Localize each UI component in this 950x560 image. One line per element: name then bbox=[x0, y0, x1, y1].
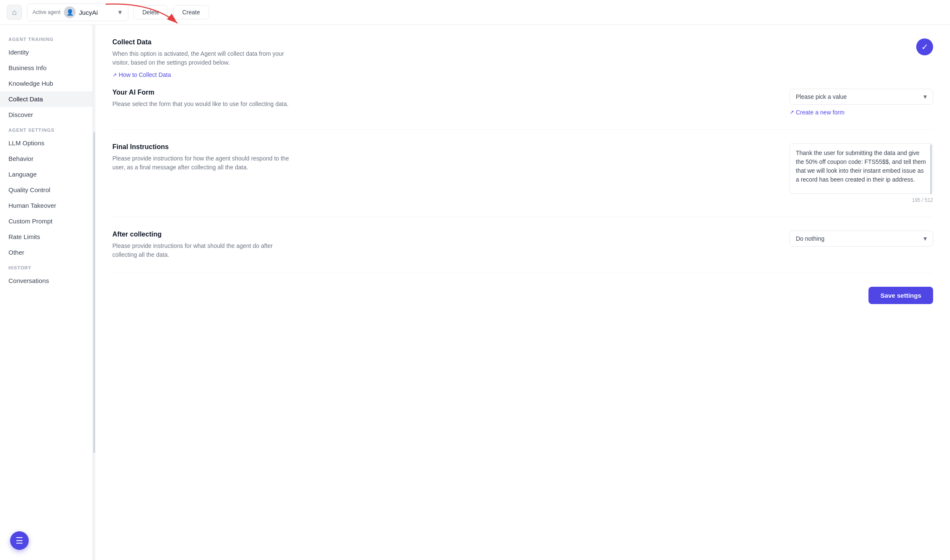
sidebar: AGENT TRAINING Identity Business Info Kn… bbox=[0, 25, 93, 560]
after-collecting-desc: Please provide instructions for what sho… bbox=[112, 242, 290, 259]
delete-button[interactable]: Delete bbox=[133, 5, 168, 19]
main-content: Collect Data When this option is activat… bbox=[95, 25, 950, 560]
sidebar-item-label: Identity bbox=[8, 49, 29, 56]
save-settings-button[interactable]: Save settings bbox=[868, 287, 933, 304]
avatar-icon: 👤 bbox=[66, 9, 73, 16]
collect-data-desc: When this option is activated, the Agent… bbox=[112, 49, 290, 67]
check-icon: ✓ bbox=[921, 42, 928, 52]
sidebar-item-label: Language bbox=[8, 171, 37, 178]
agent-name: JucyAi bbox=[79, 9, 114, 16]
sidebar-item-other[interactable]: Other bbox=[0, 245, 93, 260]
after-collecting-section: After collecting Please provide instruct… bbox=[112, 231, 933, 273]
sidebar-item-llm-options[interactable]: LLM Options bbox=[0, 135, 93, 151]
sidebar-item-human-takeover[interactable]: Human Takeover bbox=[0, 198, 93, 213]
chevron-down-icon: ▼ bbox=[117, 9, 123, 16]
sidebar-item-label: Custom Prompt bbox=[8, 217, 52, 225]
sidebar-section-agent-settings: AGENT SETTINGS bbox=[0, 122, 93, 135]
sidebar-item-quality-control[interactable]: Quality Control bbox=[0, 182, 93, 198]
final-instructions-textarea[interactable] bbox=[789, 143, 933, 194]
final-instructions-title: Final Instructions bbox=[112, 143, 773, 151]
ai-form-select[interactable]: Please pick a value bbox=[789, 89, 933, 105]
collect-data-header: Collect Data When this option is activat… bbox=[112, 38, 933, 79]
active-agent-label: Active agent bbox=[33, 9, 60, 15]
sidebar-item-label: Discover bbox=[8, 111, 33, 118]
sidebar-item-label: LLM Options bbox=[8, 139, 44, 147]
ai-form-title: Your AI Form bbox=[112, 89, 773, 96]
sidebar-item-rate-limits[interactable]: Rate Limits bbox=[0, 229, 93, 245]
collect-data-title: Collect Data bbox=[112, 38, 290, 46]
create-new-form-link[interactable]: ↗ Create a new form bbox=[789, 109, 844, 116]
sidebar-item-label: Business Info bbox=[8, 64, 46, 71]
sidebar-item-collect-data[interactable]: Collect Data bbox=[0, 91, 93, 107]
how-to-collect-link[interactable]: ↗ How to Collect Data bbox=[112, 71, 171, 78]
sidebar-item-label: Knowledge Hub bbox=[8, 80, 53, 87]
sidebar-section-history: HISTORY bbox=[0, 260, 93, 273]
sidebar-item-business-info[interactable]: Business Info bbox=[0, 60, 93, 76]
final-instructions-wrapper bbox=[789, 143, 933, 196]
sidebar-item-label: Collect Data bbox=[8, 95, 43, 103]
after-collecting-select[interactable]: Do nothing bbox=[789, 231, 933, 247]
after-collecting-title: After collecting bbox=[112, 231, 773, 238]
sidebar-scrollbar bbox=[93, 132, 95, 453]
sidebar-item-label: Quality Control bbox=[8, 186, 50, 193]
sidebar-item-conversations[interactable]: Conversations bbox=[0, 273, 93, 288]
external-link-icon: ↗ bbox=[789, 109, 794, 115]
sidebar-item-label: Behavior bbox=[8, 155, 33, 162]
sidebar-item-label: Human Takeover bbox=[8, 202, 56, 209]
home-icon: ⌂ bbox=[12, 8, 17, 17]
create-button[interactable]: Create bbox=[173, 5, 209, 19]
final-instructions-section: Final Instructions Please provide instru… bbox=[112, 143, 933, 217]
floating-menu-button[interactable]: ☰ bbox=[10, 531, 29, 550]
agent-avatar: 👤 bbox=[64, 6, 76, 18]
ai-form-desc: Please select the form that you would li… bbox=[112, 100, 290, 109]
final-instructions-desc: Please provide instructions for how the … bbox=[112, 154, 290, 172]
ai-form-select-wrapper: Please pick a value ▼ bbox=[789, 89, 933, 105]
sidebar-item-custom-prompt[interactable]: Custom Prompt bbox=[0, 213, 93, 229]
save-button-row: Save settings bbox=[112, 287, 933, 304]
menu-icon: ☰ bbox=[16, 536, 23, 546]
sidebar-item-language[interactable]: Language bbox=[0, 166, 93, 182]
home-button[interactable]: ⌂ bbox=[7, 5, 22, 20]
textarea-counter: 195 / 512 bbox=[789, 197, 933, 203]
sidebar-item-identity[interactable]: Identity bbox=[0, 44, 93, 60]
external-link-icon: ↗ bbox=[112, 72, 117, 78]
ai-form-section: Your AI Form Please select the form that… bbox=[112, 89, 933, 130]
sidebar-item-behavior[interactable]: Behavior bbox=[0, 151, 93, 166]
sidebar-item-label: Conversations bbox=[8, 277, 49, 284]
collect-data-enabled-check[interactable]: ✓ bbox=[916, 38, 933, 55]
textarea-scrollbar bbox=[930, 144, 932, 194]
sidebar-section-agent-training: AGENT TRAINING bbox=[0, 32, 93, 44]
agent-selector[interactable]: Active agent 👤 JucyAi ▼ bbox=[27, 3, 128, 21]
sidebar-item-knowledge-hub[interactable]: Knowledge Hub bbox=[0, 76, 93, 91]
sidebar-item-discover[interactable]: Discover bbox=[0, 107, 93, 122]
after-collecting-select-wrapper: Do nothing ▼ bbox=[789, 231, 933, 247]
sidebar-item-label: Other bbox=[8, 249, 24, 256]
sidebar-item-label: Rate Limits bbox=[8, 233, 40, 240]
